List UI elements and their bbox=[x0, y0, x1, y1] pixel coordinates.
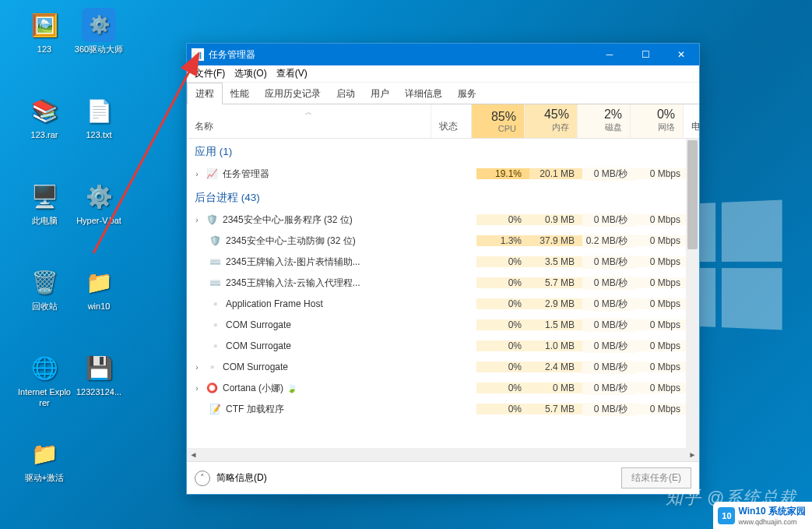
process-list[interactable]: 应用 (1)›📈任务管理器19.1%20.1 MB0 MB/秒0 Mbps后台进… bbox=[187, 139, 699, 448]
network-cell: 0 Mbps bbox=[635, 168, 688, 179]
disk-cell: 0 MB/秒 bbox=[582, 403, 635, 416]
desktop-icon-label: 123 bbox=[37, 44, 51, 55]
process-row[interactable]: ⌨️2345王牌输入法-图片表情辅助...0%3.5 MB0 MB/秒0 Mbp… bbox=[187, 252, 699, 273]
file-icon: 🖼️ bbox=[27, 8, 62, 42]
file-icon: ⚙️ bbox=[82, 179, 116, 213]
fewer-details-link[interactable]: 简略信息(D) bbox=[216, 471, 267, 485]
col-network[interactable]: 0% 网络 bbox=[631, 104, 684, 138]
app-icon: 📊 bbox=[192, 48, 204, 61]
minimize-button[interactable]: ─ bbox=[592, 44, 627, 65]
network-cell: 0 Mbps bbox=[635, 319, 688, 330]
desktop-icon[interactable]: ⚙️Hyper-V.bat bbox=[72, 179, 126, 226]
tab-details[interactable]: 详细信息 bbox=[397, 83, 450, 104]
scroll-left-icon[interactable]: ◄ bbox=[187, 448, 200, 461]
fewer-details-icon[interactable]: ˄ bbox=[195, 471, 210, 486]
process-row[interactable]: ›📈任务管理器19.1%20.1 MB0 MB/秒0 Mbps bbox=[187, 164, 699, 185]
desktop-icon[interactable]: 📁win10 bbox=[72, 265, 126, 312]
process-row[interactable]: ›⭕Cortana (小娜)🍃0%0 MB0 MB/秒0 Mbps bbox=[187, 378, 699, 399]
process-row[interactable]: ›▫️COM Surrogate0%2.4 MB0 MB/秒0 Mbps bbox=[187, 357, 699, 378]
expand-chevron-icon[interactable]: › bbox=[192, 170, 202, 178]
close-button[interactable]: ✕ bbox=[663, 44, 699, 65]
disk-cell: 0 MB/秒 bbox=[582, 168, 635, 181]
process-row[interactable]: ›🛡️2345安全中心-服务程序 (32 位)0%0.9 MB0 MB/秒0 M… bbox=[187, 210, 699, 231]
process-row[interactable]: 📝CTF 加载程序0%5.7 MB0 MB/秒0 Mbps bbox=[187, 399, 699, 420]
tab-performance[interactable]: 性能 bbox=[223, 83, 257, 104]
process-icon: ⭕ bbox=[206, 382, 218, 394]
process-icon: 🛡️ bbox=[206, 213, 218, 226]
cpu-cell: 0% bbox=[476, 214, 529, 225]
tab-startup[interactable]: 启动 bbox=[329, 83, 363, 104]
process-row[interactable]: 🛡️2345安全中心-主动防御 (32 位)1.3%37.9 MB0.2 MB/… bbox=[187, 231, 699, 252]
col-cpu[interactable]: 85% CPU bbox=[472, 104, 525, 138]
brand-badge: 10 Win10 系统家园 www.qdhuajin.com bbox=[713, 502, 812, 529]
expand-chevron-icon[interactable]: › bbox=[192, 384, 202, 393]
col-status[interactable]: 状态 bbox=[431, 104, 472, 138]
process-icon: 📈 bbox=[206, 168, 218, 180]
desktop-icon[interactable]: 📚123.rar bbox=[17, 93, 72, 140]
desktop-icon[interactable]: 💾12323124... bbox=[72, 351, 126, 397]
desktop-icon-label: 驱动+激活 bbox=[25, 472, 64, 483]
desktop-icon[interactable]: 📁驱动+激活 bbox=[17, 436, 72, 483]
vertical-scrollbar[interactable] bbox=[686, 139, 699, 448]
desktop-icon[interactable]: 📄123.txt bbox=[72, 93, 126, 140]
horizontal-scrollbar[interactable]: ◄ ► bbox=[187, 448, 699, 461]
network-cell: 0 Mbps bbox=[635, 214, 688, 225]
tab-app-history[interactable]: 应用历史记录 bbox=[257, 83, 329, 104]
desktop-icon[interactable]: 🌐Internet Explorer bbox=[17, 351, 72, 408]
process-icon: ⌨️ bbox=[209, 256, 221, 268]
cpu-cell: 19.1% bbox=[476, 168, 529, 179]
cpu-cell: 0% bbox=[476, 298, 529, 309]
scroll-right-icon[interactable]: ► bbox=[686, 448, 699, 461]
disk-cell: 0 MB/秒 bbox=[582, 382, 635, 395]
desktop-icon[interactable]: ⚙️360驱动大师 bbox=[72, 8, 126, 55]
network-cell: 0 Mbps bbox=[635, 340, 688, 351]
disk-cell: 0 MB/秒 bbox=[582, 340, 635, 353]
process-row[interactable]: ⌨️2345王牌输入法-云输入代理程...0%5.7 MB0 MB/秒0 Mbp… bbox=[187, 273, 699, 294]
end-task-button[interactable]: 结束任务(E) bbox=[621, 467, 691, 488]
col-disk[interactable]: 2% 磁盘 bbox=[578, 104, 631, 138]
maximize-button[interactable]: ☐ bbox=[627, 44, 663, 65]
file-icon: 📁 bbox=[82, 265, 116, 299]
suspended-leaf-icon: 🍃 bbox=[286, 383, 297, 393]
titlebar[interactable]: 📊 任务管理器 ─ ☐ ✕ bbox=[187, 44, 699, 65]
col-name[interactable]: ︿ 名称 bbox=[187, 104, 431, 138]
tab-users[interactable]: 用户 bbox=[363, 83, 397, 104]
memory-cell: 1.0 MB bbox=[529, 340, 582, 351]
desktop-icon-label: win10 bbox=[88, 301, 111, 312]
memory-cell: 0.9 MB bbox=[529, 214, 582, 225]
desktop-icon[interactable]: 🖥️此电脑 bbox=[17, 179, 72, 226]
disk-cell: 0 MB/秒 bbox=[582, 213, 635, 227]
desktop-icon[interactable]: 🗑️回收站 bbox=[17, 265, 72, 312]
process-row[interactable]: ▫️COM Surrogate0%1.0 MB0 MB/秒0 Mbps bbox=[187, 336, 699, 357]
file-icon: 📄 bbox=[82, 93, 116, 128]
expand-chevron-icon[interactable]: › bbox=[192, 216, 202, 224]
process-row[interactable]: ▫️COM Surrogate0%1.5 MB0 MB/秒0 Mbps bbox=[187, 315, 699, 336]
network-cell: 0 Mbps bbox=[635, 383, 688, 393]
col-power[interactable]: 电 bbox=[684, 104, 699, 138]
cpu-cell: 0% bbox=[476, 277, 529, 288]
menu-file[interactable]: 文件(F) bbox=[190, 65, 230, 82]
expand-chevron-icon[interactable]: › bbox=[192, 363, 202, 372]
process-icon: 📝 bbox=[209, 403, 221, 415]
network-cell: 0 Mbps bbox=[635, 404, 688, 414]
process-name: ⭕Cortana (小娜)🍃 bbox=[202, 382, 436, 395]
process-row[interactable]: ▫️Application Frame Host0%2.9 MB0 MB/秒0 … bbox=[187, 294, 699, 315]
menu-options[interactable]: 选项(O) bbox=[230, 65, 271, 82]
desktop-icon[interactable]: 🖼️123 bbox=[17, 8, 72, 55]
disk-cell: 0 MB/秒 bbox=[582, 298, 635, 311]
footer: ˄ 简略信息(D) 结束任务(E) bbox=[187, 461, 699, 494]
process-name: ▫️Application Frame Host bbox=[202, 298, 436, 310]
process-icon: ⌨️ bbox=[209, 277, 221, 289]
desktop-icon-label: 123.rar bbox=[31, 129, 58, 140]
memory-cell: 1.5 MB bbox=[529, 319, 582, 330]
menu-view[interactable]: 查看(V) bbox=[272, 65, 312, 82]
cpu-cell: 1.3% bbox=[476, 235, 529, 246]
tab-services[interactable]: 服务 bbox=[450, 83, 484, 104]
cpu-cell: 0% bbox=[476, 361, 529, 372]
tab-processes[interactable]: 进程 bbox=[187, 83, 223, 104]
cpu-cell: 0% bbox=[476, 340, 529, 351]
col-memory[interactable]: 45% 内存 bbox=[525, 104, 578, 138]
process-name: 📈任务管理器 bbox=[202, 168, 436, 181]
process-name: 🛡️2345安全中心-主动防御 (32 位) bbox=[202, 235, 436, 248]
tabbar: 进程 性能 应用历史记录 启动 用户 详细信息 服务 bbox=[187, 83, 699, 104]
